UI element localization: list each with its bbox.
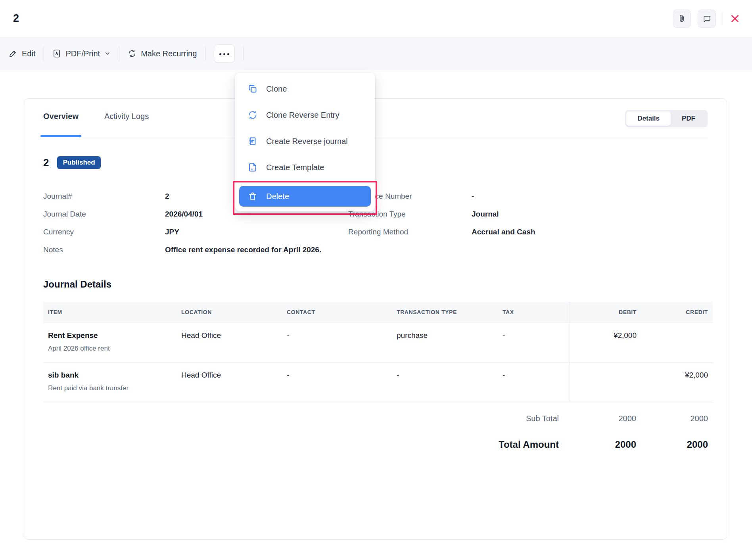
status-row: 2 Published	[43, 156, 708, 169]
total-amount-debit: 2000	[569, 439, 641, 450]
row-debit	[570, 362, 641, 402]
field-label: Reporting Method	[348, 228, 472, 236]
row-item-name: Rent Expense	[48, 331, 172, 340]
total-amount-credit: 2000	[641, 439, 713, 450]
menu-item-label: Clone Reverse Entry	[266, 111, 340, 120]
pdf-print-button[interactable]: PDF/Print	[52, 49, 111, 58]
field-label: Journal#	[43, 192, 165, 201]
row-item-name: sib bank	[48, 371, 172, 380]
table-row: Rent Expense April 2026 office rent Head…	[43, 322, 713, 362]
trash-icon	[248, 192, 257, 201]
attachment-button[interactable]	[673, 10, 691, 28]
row-location: Head Office	[176, 322, 282, 362]
menu-item-clone[interactable]: Clone	[235, 76, 375, 102]
toggle-pdf[interactable]: PDF	[671, 111, 706, 126]
action-toolbar: Edit PDF/Print Make Recurring	[0, 37, 752, 70]
tabs-row: Overview Activity Logs Details PDF	[43, 99, 708, 137]
journal-number-heading: 2	[43, 157, 49, 169]
clone-reverse-icon	[248, 110, 257, 120]
ellipsis-icon	[219, 50, 229, 55]
more-actions-button[interactable]	[214, 44, 235, 63]
col-tax: TAX	[498, 302, 570, 322]
row-debit: ¥2,000	[570, 322, 641, 362]
menu-item-label: Clone	[266, 84, 287, 94]
col-item: ITEM	[43, 302, 176, 322]
sub-total-row: Sub Total 2000 2000	[43, 414, 713, 423]
col-transaction-type: TRANSACTION TYPE	[392, 302, 498, 322]
totals-section: Sub Total 2000 2000 Total Amount 2000 20…	[43, 414, 713, 450]
menu-item-create-template[interactable]: Create Template	[235, 154, 375, 180]
row-transaction-type: purchase	[392, 322, 498, 362]
menu-item-delete[interactable]: Delete	[239, 186, 371, 207]
row-tax: -	[498, 362, 570, 402]
toolbar-divider	[205, 46, 205, 61]
chevron-down-icon	[104, 50, 111, 57]
tab-overview[interactable]: Overview	[43, 112, 79, 136]
header-actions	[673, 10, 740, 28]
field-value: -	[472, 192, 708, 201]
edit-button[interactable]: Edit	[9, 49, 35, 58]
total-amount-label: Total Amount	[499, 439, 569, 450]
row-tax: -	[498, 322, 570, 362]
window-header: 2	[0, 0, 752, 37]
row-credit	[641, 322, 713, 362]
journal-fields: Journal# 2 Reference Number - Journal Da…	[43, 192, 708, 254]
tab-activity-logs[interactable]: Activity Logs	[104, 112, 149, 136]
col-location: LOCATION	[176, 302, 282, 322]
field-label: Notes	[43, 245, 165, 254]
sub-total-label: Sub Total	[526, 414, 569, 423]
status-badge: Published	[57, 156, 100, 169]
field-value: Office rent expense recorded for April 2…	[165, 245, 348, 254]
total-amount-row: Total Amount 2000 2000	[43, 439, 713, 450]
toolbar-divider	[243, 46, 244, 61]
row-item-note: April 2026 office rent	[48, 345, 172, 353]
toggle-details[interactable]: Details	[626, 111, 671, 126]
close-button[interactable]	[730, 13, 740, 24]
menu-item-label: Create Reverse journal	[266, 137, 348, 146]
toolbar-divider	[119, 46, 119, 61]
paperclip-icon	[677, 14, 686, 23]
make-recurring-label: Make Recurring	[141, 49, 197, 58]
field-value: Journal	[472, 210, 708, 219]
toolbar-divider	[44, 46, 44, 61]
menu-item-create-reverse-journal[interactable]: Create Reverse journal	[235, 128, 375, 154]
header-divider	[723, 12, 723, 25]
table-row: sib bank Rent paid via bank transfer Hea…	[43, 362, 713, 402]
field-label: Journal Date	[43, 210, 165, 219]
menu-item-label: Create Template	[266, 163, 324, 172]
row-location: Head Office	[176, 362, 282, 402]
col-debit: DEBIT	[570, 302, 641, 322]
reverse-journal-icon	[248, 136, 257, 146]
field-value: Accrual and Cash	[472, 228, 708, 236]
menu-item-clone-reverse-entry[interactable]: Clone Reverse Entry	[235, 102, 375, 128]
menu-item-label: Delete	[266, 192, 289, 201]
field-label: Currency	[43, 228, 165, 236]
amount-column-divider	[570, 302, 570, 402]
journal-detail-card: Overview Activity Logs Details PDF 2 Pub…	[24, 98, 727, 540]
sub-total-debit: 2000	[569, 414, 641, 423]
row-credit: ¥2,000	[641, 362, 713, 402]
clone-icon	[248, 84, 257, 94]
pdf-file-icon	[52, 49, 61, 58]
row-transaction-type: -	[392, 362, 498, 402]
window-title: 2	[13, 12, 19, 25]
sub-total-credit: 2000	[641, 414, 713, 423]
row-contact: -	[282, 362, 392, 402]
table-header-row: ITEM LOCATION CONTACT TRANSACTION TYPE T…	[43, 302, 713, 322]
view-toggle: Details PDF	[625, 110, 708, 127]
recurring-icon	[128, 49, 136, 58]
pencil-icon	[9, 49, 17, 58]
row-item-note: Rent paid via bank transfer	[48, 384, 172, 392]
journal-details-table: ITEM LOCATION CONTACT TRANSACTION TYPE T…	[43, 302, 708, 402]
comments-button[interactable]	[698, 10, 716, 28]
make-recurring-button[interactable]: Make Recurring	[128, 49, 197, 58]
journal-details-title: Journal Details	[43, 279, 708, 290]
pdf-print-label: PDF/Print	[65, 49, 100, 58]
comment-icon	[702, 14, 711, 23]
more-actions-menu: Clone Clone Reverse Entry Create Reverse…	[235, 73, 375, 211]
field-value: JPY	[165, 228, 348, 236]
template-icon	[248, 163, 257, 172]
edit-label: Edit	[22, 49, 35, 58]
row-contact: -	[282, 322, 392, 362]
col-contact: CONTACT	[282, 302, 392, 322]
